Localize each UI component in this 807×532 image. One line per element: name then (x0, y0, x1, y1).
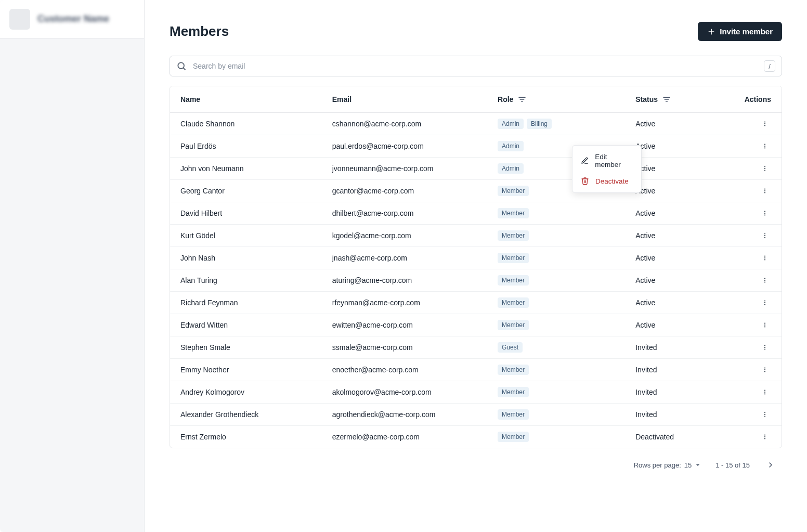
row-actions-button[interactable] (759, 296, 771, 309)
invite-member-label: Invite member (720, 27, 773, 36)
cell-email: rfeynman@acme-corp.com (322, 292, 487, 314)
search-row: / (170, 56, 782, 76)
th-name[interactable]: Name (180, 95, 311, 103)
org-avatar (9, 9, 30, 30)
table-row: Alexander Grothendieckagrothendieck@acme… (170, 404, 782, 426)
search-input[interactable] (192, 61, 764, 71)
cell-email: paul.erdos@acme-corp.com (322, 135, 487, 158)
menu-item-edit-label: Edit member (595, 153, 633, 168)
row-actions-button[interactable] (759, 207, 771, 219)
rows-per-page: Rows per page: 15 (634, 461, 702, 469)
menu-item-deactivate[interactable]: Deactivate (572, 173, 641, 189)
svg-point-34 (764, 301, 765, 302)
row-actions-button[interactable] (759, 319, 771, 331)
table-row: Stephen Smalessmale@acme-corp.comGuestIn… (170, 336, 782, 359)
menu-item-edit-member[interactable]: Edit member (572, 149, 641, 173)
row-actions-button[interactable] (759, 185, 771, 197)
row-actions-button[interactable] (759, 118, 771, 130)
svg-point-35 (764, 302, 765, 303)
th-status[interactable]: Status (635, 95, 718, 104)
kebab-icon (762, 141, 768, 151)
table-row: John von Neumannjvonneumann@acme-corp.co… (170, 158, 782, 180)
svg-point-15 (764, 148, 765, 149)
cell-role: Member (487, 426, 625, 448)
svg-point-45 (764, 371, 765, 372)
cell-actions (728, 269, 782, 292)
cell-role: Member (487, 202, 625, 225)
cell-email: dhilbert@acme-corp.com (322, 202, 487, 225)
row-actions-button[interactable] (759, 274, 771, 287)
rows-per-page-select[interactable]: 15 (684, 461, 702, 469)
svg-point-31 (764, 278, 765, 279)
cell-name: Stephen Smale (170, 336, 322, 359)
svg-point-23 (764, 213, 765, 214)
role-pill: Member (498, 275, 529, 286)
kebab-icon (762, 343, 768, 352)
row-actions-button[interactable] (759, 431, 771, 443)
cell-actions (728, 359, 782, 381)
rows-per-page-label: Rows per page: (634, 461, 681, 469)
filter-icon[interactable] (517, 95, 527, 104)
row-actions-button[interactable] (759, 364, 771, 376)
svg-point-10 (764, 122, 765, 123)
cell-status: Active (625, 202, 728, 225)
kebab-icon (762, 276, 768, 285)
cell-status: Active (625, 225, 728, 247)
cell-role: Member (487, 359, 625, 381)
cell-role: Member (487, 404, 625, 426)
th-actions: Actions (745, 95, 771, 103)
table-row: Emmy Noetherenoether@acme-corp.comMember… (170, 359, 782, 381)
menu-item-deactivate-label: Deactivate (595, 177, 629, 185)
role-pill: Member (498, 432, 529, 442)
row-actions-button[interactable] (759, 140, 771, 152)
search-box[interactable]: / (170, 56, 782, 76)
cell-status: Active (625, 292, 728, 314)
filter-icon[interactable] (662, 95, 671, 104)
row-actions-button[interactable] (759, 341, 771, 354)
cell-name: Kurt Gödel (170, 225, 322, 247)
cell-name: Alan Turing (170, 269, 322, 292)
row-actions-button[interactable] (759, 162, 771, 175)
role-pill: Member (498, 230, 529, 241)
pencil-icon (581, 157, 589, 165)
svg-point-19 (764, 189, 765, 190)
svg-point-50 (764, 414, 765, 415)
kebab-icon (762, 253, 768, 263)
row-actions-button[interactable] (759, 252, 771, 264)
svg-point-49 (764, 412, 765, 413)
svg-point-11 (764, 123, 765, 124)
role-pill: Member (498, 253, 529, 263)
cell-actions (728, 135, 782, 158)
th-email[interactable]: Email (332, 95, 477, 103)
plus-icon (707, 28, 715, 36)
row-actions-button[interactable] (759, 386, 771, 398)
cell-name: Alexander Grothendieck (170, 404, 322, 426)
search-kbd-hint: / (764, 60, 775, 72)
cell-name: John von Neumann (170, 158, 322, 180)
app-window: Customer Name Members Invite member / Na… (0, 0, 807, 532)
kebab-icon (762, 387, 768, 397)
svg-point-52 (764, 435, 765, 436)
rows-per-page-value: 15 (684, 461, 692, 469)
row-actions-button[interactable] (759, 229, 771, 242)
invite-member-button[interactable]: Invite member (698, 22, 782, 41)
cell-actions (728, 158, 782, 180)
next-page-button[interactable] (763, 458, 778, 472)
svg-point-21 (764, 192, 765, 193)
svg-point-22 (764, 211, 765, 212)
table-row: Ernst Zermeloezermelo@acme-corp.comMembe… (170, 426, 782, 448)
table-row: David Hilbertdhilbert@acme-corp.comMembe… (170, 202, 782, 225)
cell-email: jnash@acme-corp.com (322, 247, 487, 269)
svg-point-20 (764, 190, 765, 191)
kebab-icon (762, 186, 768, 196)
cell-name: Ernst Zermelo (170, 426, 322, 448)
row-actions-button[interactable] (759, 408, 771, 421)
kebab-icon (762, 432, 768, 442)
svg-point-27 (764, 237, 765, 238)
trash-icon (581, 177, 589, 185)
cell-status: Invited (625, 404, 728, 426)
th-role[interactable]: Role (498, 95, 615, 104)
cell-status: Active (625, 247, 728, 269)
cell-email: aturing@acme-corp.com (322, 269, 487, 292)
page-title: Members (170, 23, 229, 40)
